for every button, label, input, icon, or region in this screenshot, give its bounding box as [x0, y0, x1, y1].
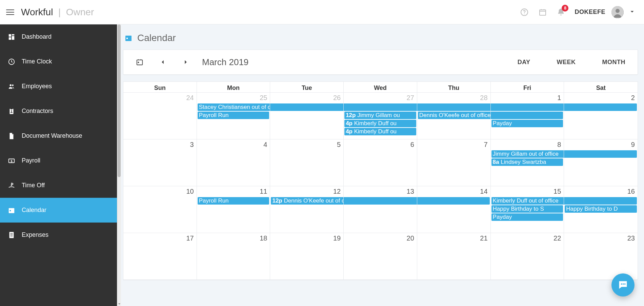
next-period-button[interactable]	[182, 58, 190, 66]
calendar-cell[interactable]: 15Kimberly Duff out of officeHappy Birth…	[491, 186, 564, 233]
calendar-event[interactable]	[344, 103, 417, 111]
day-number: 10	[186, 188, 194, 195]
calendar-event[interactable]: 12p Dennis O'Keefe out of office	[271, 197, 344, 205]
calendar-cell[interactable]: 16Happy Birthday to D	[564, 186, 638, 233]
day-number: 9	[631, 141, 635, 149]
view-month-tab[interactable]: MONTH	[602, 59, 626, 66]
calendar-cell[interactable]: 4	[197, 139, 270, 186]
help-icon[interactable]	[520, 7, 529, 17]
calendar-event[interactable]	[564, 103, 637, 111]
calendar-event[interactable]	[417, 103, 491, 111]
calendar-cell[interactable]: 19	[270, 233, 344, 280]
calendar-cell[interactable]: 25Stacey Christiansen out of officePayro…	[197, 93, 270, 139]
calendar-event[interactable]: 4p Kimberly Duff ou	[344, 120, 416, 127]
day-header: Wed	[344, 82, 417, 93]
calendar-cell[interactable]: 7	[417, 139, 491, 186]
calendar-event[interactable]: Jimmy Gillam out of office	[491, 150, 564, 158]
calendar-cell[interactable]: 9	[564, 139, 638, 186]
calendar-cell[interactable]: 28Dennis O'Keefe out of office	[417, 93, 491, 139]
sidebar-item-dashboard[interactable]: Dashboard	[0, 24, 117, 49]
calendar-event[interactable]: Payroll Run	[198, 197, 269, 205]
calendar-event[interactable]: 12p Jimmy Gillam ou	[344, 112, 416, 119]
day-header: Thu	[417, 82, 491, 93]
calendar-event[interactable]: Payday	[491, 120, 563, 127]
calendar-cell[interactable]: 5	[270, 139, 344, 186]
svg-point-13	[12, 84, 14, 86]
day-number: 5	[337, 141, 341, 149]
calendar-cell[interactable]: 26	[270, 93, 344, 139]
sidebar-item-timeclock[interactable]: Time Clock	[0, 49, 117, 74]
calendar-cell[interactable]: 24	[123, 93, 197, 139]
calendar-event[interactable]: Payday	[491, 213, 563, 221]
sidebar-item-payroll[interactable]: $Payroll	[0, 148, 117, 173]
day-header: Fri	[491, 82, 564, 93]
calendar-event[interactable]: 4p Kimberly Duff ou	[344, 128, 416, 135]
money-icon: $	[7, 157, 16, 165]
calendar-cell[interactable]: 1212p Dennis O'Keefe out of office	[270, 186, 344, 233]
calendar-cell[interactable]: 3	[123, 139, 197, 186]
calendar-event[interactable]	[564, 197, 637, 205]
calendar-cell[interactable]: 14	[417, 186, 491, 233]
day-number: 13	[407, 188, 414, 195]
document-icon	[7, 132, 16, 140]
calendar-cell[interactable]: 10	[123, 186, 197, 233]
calendar-event[interactable]	[344, 197, 417, 205]
calendar-cell[interactable]: 8Jimmy Gillam out of office8a Lindsey Sw…	[491, 139, 564, 186]
calendar-cell[interactable]: 17	[123, 233, 197, 280]
calendar-event[interactable]: Dennis O'Keefe out of office	[418, 112, 491, 119]
today-icon[interactable]	[136, 58, 144, 66]
day-header: Sat	[564, 82, 638, 93]
calendar-event[interactable]	[564, 150, 637, 158]
calendar-event[interactable]: 8a Lindsey Swartzba	[491, 158, 563, 166]
clipboard-icon	[7, 107, 16, 115]
event-spacer	[198, 120, 269, 127]
calendar-event[interactable]: Kimberly Duff out of office	[491, 197, 564, 205]
notifications-icon[interactable]: 8	[556, 7, 566, 17]
sidebar-item-timeoff[interactable]: Time Off	[0, 173, 117, 198]
sidebar-item-docware[interactable]: Document Warehouse	[0, 123, 117, 148]
sidebar-item-employees[interactable]: Employees	[0, 74, 117, 99]
chat-fab[interactable]	[611, 273, 635, 297]
calendar-cell[interactable]: 20	[344, 233, 417, 280]
svg-rect-28	[138, 62, 139, 63]
calendar-event[interactable]	[270, 103, 344, 111]
calendar-cell[interactable]: 2712p Jimmy Gillam ou4p Kimberly Duff ou…	[344, 93, 417, 139]
event-spacer	[344, 213, 416, 221]
calendar-event[interactable]: Happy Birthday to D	[565, 205, 637, 213]
event-spacer	[565, 120, 637, 127]
calendar-shortcut-icon[interactable]	[538, 7, 547, 17]
day-number: 24	[186, 94, 194, 102]
sidebar-item-contractors[interactable]: Contractors	[0, 99, 117, 123]
event-spacer	[198, 213, 269, 221]
brand-name: Workful	[21, 7, 53, 17]
calendar-event[interactable]	[417, 197, 490, 205]
svg-point-6	[616, 9, 620, 13]
calendar-cell[interactable]: 21	[417, 233, 491, 280]
calendar-cell[interactable]: 22	[491, 233, 564, 280]
day-header: Tue	[270, 82, 344, 93]
prev-period-button[interactable]	[159, 58, 167, 66]
event-spacer	[344, 158, 416, 166]
calendar-cell[interactable]: 2	[564, 93, 638, 139]
calendar-event[interactable]	[491, 112, 563, 119]
view-day-tab[interactable]: DAY	[518, 59, 530, 66]
main: Calendar March 2019 DAY WEEK MONTH Su	[117, 24, 644, 306]
calendar-event[interactable]: Stacey Christiansen out of office	[198, 103, 270, 111]
calendar-cell[interactable]: 1Payday	[491, 93, 564, 139]
calendar-cell[interactable]: 6	[344, 139, 417, 186]
view-week-tab[interactable]: WEEK	[557, 59, 576, 66]
calendar-cell[interactable]: 11Payroll Run	[197, 186, 270, 233]
sidebar-item-calendar[interactable]: Calendar	[0, 198, 117, 223]
svg-rect-9	[12, 36, 14, 40]
calendar-event[interactable]	[491, 103, 564, 111]
calendar-event[interactable]: Payroll Run	[198, 112, 269, 119]
avatar[interactable]	[611, 6, 624, 18]
calendar-cell[interactable]: 18	[197, 233, 270, 280]
calendar-cell[interactable]: 23	[564, 233, 638, 280]
user-menu-caret[interactable]	[628, 8, 636, 17]
menu-toggle[interactable]	[6, 8, 14, 16]
calendar-event[interactable]: Happy Birthday to S	[491, 205, 563, 213]
svg-rect-15	[11, 108, 13, 109]
sidebar-item-expenses[interactable]: Expenses	[0, 223, 117, 247]
calendar-cell[interactable]: 13	[344, 186, 417, 233]
